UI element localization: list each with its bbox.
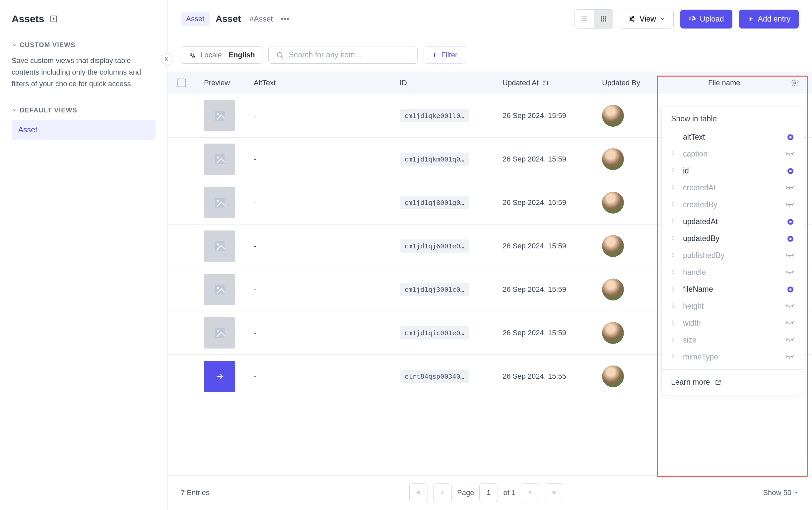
avatar[interactable] [602, 192, 624, 214]
more-menu-icon[interactable]: ••• [279, 12, 292, 25]
column-toggle-createdAt[interactable]: ⠿createdAt [662, 179, 804, 196]
last-page-button[interactable] [545, 483, 563, 502]
column-toggle-updatedAt[interactable]: ⠿updatedAt [662, 213, 804, 230]
avatar[interactable] [602, 365, 624, 387]
cell-id[interactable]: clrt84qsp00340… [400, 370, 469, 383]
page-input[interactable] [479, 483, 498, 502]
column-toggle-width[interactable]: ⠿width [662, 315, 804, 332]
cell-id[interactable]: cm1jd1qkm001q0… [400, 153, 469, 166]
column-toggle-createdBy[interactable]: ⠿createdBy [662, 196, 804, 213]
th-id[interactable]: ID [400, 79, 502, 87]
select-all-checkbox[interactable] [177, 79, 186, 87]
cell-alttext: - [254, 112, 400, 120]
th-preview[interactable]: Preview [204, 79, 254, 87]
hidden-icon[interactable] [785, 269, 794, 276]
thumbnail[interactable] [204, 187, 235, 218]
hidden-icon[interactable] [785, 185, 794, 191]
avatar[interactable] [602, 278, 624, 300]
column-toggle-handle[interactable]: ⠿handle [662, 264, 804, 281]
column-toggle-publishedBy[interactable]: ⠿publishedBy [662, 247, 804, 264]
drag-handle-icon[interactable]: ⠿ [671, 252, 677, 259]
drag-handle-icon[interactable]: ⠿ [671, 354, 677, 360]
thumbnail[interactable] [204, 361, 235, 392]
drag-handle-icon[interactable]: ⠿ [671, 201, 677, 208]
learn-more-link[interactable]: Learn more [671, 378, 794, 387]
visible-icon[interactable] [786, 286, 794, 294]
drag-handle-icon[interactable]: ⠿ [671, 151, 677, 157]
column-toggle-fileName[interactable]: ⠿fileName [662, 281, 804, 298]
sidebar-item-asset[interactable]: Asset [11, 120, 155, 140]
drag-handle-icon[interactable]: ⠿ [671, 168, 677, 174]
drag-handle-icon[interactable]: ⠿ [671, 218, 677, 225]
svg-point-13 [277, 52, 282, 57]
next-page-button[interactable] [521, 483, 539, 502]
avatar[interactable] [602, 105, 624, 127]
first-page-button[interactable] [409, 483, 428, 502]
list-view-toggle[interactable] [575, 10, 594, 28]
view-button[interactable]: View [620, 10, 673, 29]
add-filter-button[interactable]: Filter [424, 47, 465, 64]
column-settings-button[interactable] [791, 79, 799, 87]
column-toggle-id[interactable]: ⠿id [662, 162, 804, 179]
avatar[interactable] [602, 235, 624, 257]
column-toggle-caption[interactable]: ⠿caption [662, 146, 804, 162]
avatar[interactable] [602, 322, 624, 344]
model-chip[interactable]: Asset [181, 12, 210, 26]
cell-id[interactable]: cm1jd1qj6001e0… [400, 239, 469, 253]
cell-id[interactable]: cm1jd1qj3001c0… [400, 283, 469, 296]
thumbnail[interactable] [204, 144, 235, 175]
drag-handle-icon[interactable]: ⠿ [671, 184, 677, 191]
column-toggle-mimeType[interactable]: ⠿mimeType [662, 349, 804, 365]
thumbnail[interactable] [204, 317, 235, 349]
field-name-label: width [683, 319, 701, 328]
prev-page-button[interactable] [433, 483, 452, 502]
custom-views-description: Save custom views that display table con… [11, 55, 155, 90]
cell-id[interactable]: cm1jd1qic001e0… [400, 326, 469, 339]
column-toggle-size[interactable]: ⠿size [662, 332, 804, 349]
hidden-icon[interactable] [785, 303, 794, 310]
locale-selector[interactable]: Locale: English [181, 47, 262, 64]
drag-handle-icon[interactable]: ⠿ [671, 320, 677, 327]
column-toggle-altText[interactable]: ⠿altText [662, 129, 804, 146]
drag-handle-icon[interactable]: ⠿ [671, 303, 677, 310]
drag-handle-icon[interactable]: ⠿ [671, 269, 677, 276]
svg-point-6 [605, 18, 606, 20]
column-toggle-updatedBy[interactable]: ⠿updatedBy [662, 230, 804, 247]
th-alttext[interactable]: AltText [254, 79, 400, 87]
th-updated-at[interactable]: Updated At [502, 79, 602, 87]
visible-icon[interactable] [786, 235, 794, 243]
upload-button[interactable]: Upload [680, 10, 732, 29]
drag-handle-icon[interactable]: ⠿ [671, 337, 677, 343]
avatar[interactable] [602, 148, 624, 170]
search-icon [276, 51, 284, 59]
default-views-header[interactable]: DEFAULT VIEWS [11, 107, 155, 114]
thumbnail[interactable] [204, 231, 235, 262]
hidden-icon[interactable] [785, 320, 794, 327]
rows-per-page-selector[interactable]: Show 50 [763, 488, 799, 497]
thumbnail[interactable] [204, 100, 235, 131]
add-asset-icon[interactable] [50, 14, 58, 23]
hidden-icon[interactable] [785, 252, 794, 259]
svg-point-7 [601, 20, 602, 22]
cell-id[interactable]: cm1jd1qke001l0… [400, 109, 469, 122]
cell-id[interactable]: cm1jd1qj8001g0… [400, 196, 469, 209]
thumbnail[interactable] [204, 274, 235, 305]
visible-icon[interactable] [786, 167, 794, 175]
custom-views-header[interactable]: CUSTOM VIEWS [11, 41, 155, 49]
hidden-icon[interactable] [785, 202, 794, 208]
search-box[interactable] [268, 46, 417, 64]
hidden-icon[interactable] [785, 354, 794, 360]
th-file-name[interactable]: File name [688, 79, 802, 87]
cell-updated-at: 26 Sep 2024, 15:55 [502, 372, 602, 381]
column-toggle-height[interactable]: ⠿height [662, 298, 804, 315]
hidden-icon[interactable] [785, 337, 794, 343]
add-entry-button[interactable]: Add entry [739, 10, 799, 29]
search-input[interactable] [289, 51, 410, 59]
drag-handle-icon[interactable]: ⠿ [671, 235, 677, 242]
drag-handle-icon[interactable]: ⠿ [671, 286, 677, 293]
visible-icon[interactable] [786, 133, 794, 141]
visible-icon[interactable] [786, 218, 794, 226]
th-updated-by[interactable]: Updated By [602, 79, 688, 87]
grid-view-toggle[interactable] [594, 10, 613, 28]
hidden-icon[interactable] [785, 151, 794, 157]
